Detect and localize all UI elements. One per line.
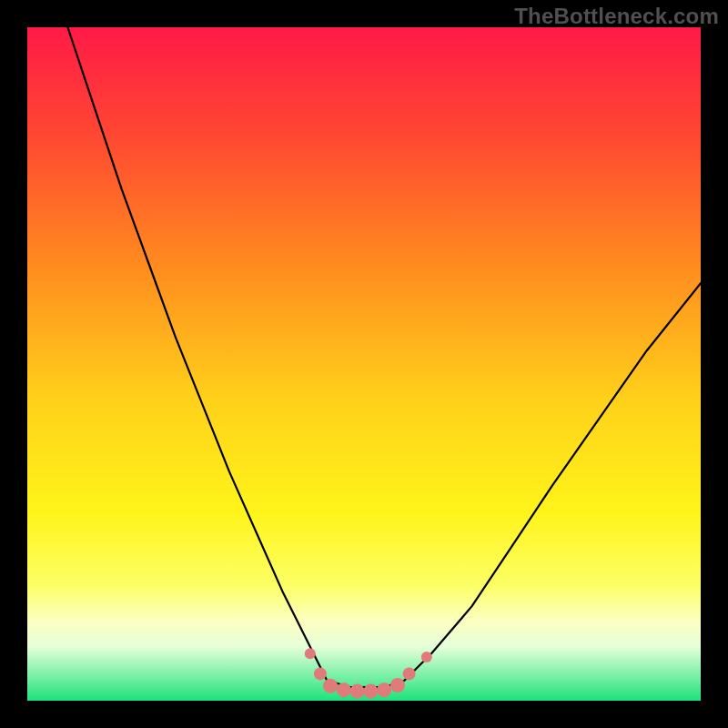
chart-plot — [27, 27, 701, 701]
optimal-marker — [314, 667, 327, 680]
optimal-marker — [337, 682, 351, 697]
chart-frame: TheBottleneck.com — [0, 0, 728, 728]
optimal-marker — [323, 679, 338, 693]
optimal-marker — [363, 684, 378, 699]
optimal-marker — [403, 667, 416, 680]
optimal-marker — [305, 648, 316, 659]
plot-background — [27, 27, 701, 701]
optimal-marker — [421, 652, 432, 662]
optimal-marker — [377, 682, 391, 697]
optimal-marker — [390, 678, 405, 693]
optimal-marker — [350, 684, 365, 699]
watermark-text: TheBottleneck.com — [514, 4, 719, 29]
